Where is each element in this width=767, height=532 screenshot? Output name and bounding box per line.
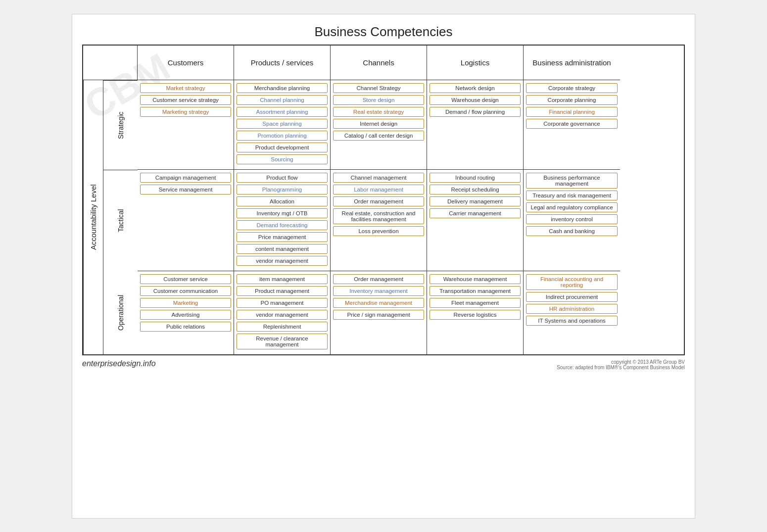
footer: enterprisedesign.info copyright © 2013 A… <box>82 359 685 370</box>
item: Channel planning <box>237 95 328 105</box>
item: Product management <box>237 286 328 296</box>
cell-operational-products: item management Product management PO ma… <box>234 271 331 354</box>
cell-tactical-logistics: Inbound routing Receipt scheduling Deliv… <box>427 170 524 271</box>
footer-brand: enterprisedesign.info <box>82 359 156 370</box>
item: Marketing strategy <box>140 107 231 117</box>
cell-tactical-customers: Campaign management Service management <box>138 170 234 271</box>
col-header-products: Products / services <box>234 46 331 80</box>
level-operational: Operational <box>103 271 138 354</box>
item: Reverse logistics <box>430 310 521 320</box>
item: Financial accounting and reporting <box>526 274 618 290</box>
accountability-label: Accountability Level <box>83 80 103 354</box>
item: inventory control <box>526 214 618 224</box>
item: Inbound routing <box>430 173 521 183</box>
cell-strategic-customers: Market strategy Customer service strateg… <box>138 80 234 170</box>
item: Planogramming <box>237 185 328 194</box>
col-header-business: Business administration <box>524 46 620 80</box>
item: Transportation management <box>430 286 521 296</box>
item: Carrier management <box>430 208 521 218</box>
item: Customer service <box>140 274 231 284</box>
footer-copyright-line2: Source: adapted from IBM®'s Component Bu… <box>557 365 685 370</box>
item: Fleet management <box>430 298 521 308</box>
col-header-logistics: Logistics <box>427 46 524 80</box>
cell-strategic-business: Corporate strategy Corporate planning Fi… <box>524 80 620 170</box>
cell-operational-logistics: Warehouse management Transportation mana… <box>427 271 524 354</box>
item: Marketing <box>140 298 231 308</box>
col-header-channels: Channels <box>331 46 427 80</box>
item: Allocation <box>237 196 328 206</box>
cell-strategic-logistics: Network design Warehouse design Demand /… <box>427 80 524 170</box>
item: Merchandise planning <box>237 83 328 93</box>
item: Advertising <box>140 310 231 320</box>
cell-operational-channels: Order management Inventory management Me… <box>331 271 427 354</box>
item: Warehouse management <box>430 274 521 284</box>
item: Network design <box>430 83 521 93</box>
item: Indirect procurement <box>526 292 618 302</box>
item: Service management <box>140 185 231 194</box>
item: Price management <box>237 232 328 242</box>
item: Product development <box>237 143 328 152</box>
item: PO management <box>237 298 328 308</box>
item: Demand forecasting <box>237 220 328 230</box>
item: item management <box>237 274 328 284</box>
item: Internet design <box>333 119 424 129</box>
item: Real estate strategy <box>333 107 424 117</box>
item: vendor management <box>237 310 328 320</box>
item: Replenishment <box>237 322 328 332</box>
item: HR administration <box>526 304 618 314</box>
item: Campaign management <box>140 173 231 183</box>
item: vendor management <box>237 256 328 266</box>
item: Order management <box>333 196 424 206</box>
item: Loss prevention <box>333 226 424 236</box>
item: Corporate strategy <box>526 83 618 93</box>
item: Corporate planning <box>526 95 618 105</box>
item: Financial planning <box>526 107 618 117</box>
item: Sourcing <box>237 154 328 164</box>
item: Market strategy <box>140 83 231 93</box>
cell-tactical-business: Business performance management Treasury… <box>524 170 620 271</box>
item: Inventory management <box>333 286 424 296</box>
item: Corporate governance <box>526 119 618 129</box>
cell-tactical-channels: Channel management Labor management Orde… <box>331 170 427 271</box>
item: Catalog / call center design <box>333 131 424 141</box>
item: Inventory mgt / OTB <box>237 208 328 218</box>
cell-operational-customers: Customer service Customer communication … <box>138 271 234 354</box>
item: Labor management <box>333 185 424 194</box>
level-tactical: Tactical <box>103 170 138 271</box>
item: Customer communication <box>140 286 231 296</box>
item: Price / sign management <box>333 310 424 320</box>
item: Channel management <box>333 173 424 183</box>
item: Merchandise management <box>333 298 424 308</box>
item: Channel Strategy <box>333 83 424 93</box>
cell-strategic-channels: Channel Strategy Store design Real estat… <box>331 80 427 170</box>
item: Order management <box>333 274 424 284</box>
item: Legal and regulatory compliance <box>526 202 618 212</box>
header-empty <box>83 46 138 80</box>
main-grid: Customers Products / services Channels L… <box>82 45 685 355</box>
item: Cash and banking <box>526 226 618 236</box>
item: Assortment planning <box>237 107 328 117</box>
item: Customer service strategy <box>140 95 231 105</box>
item: Promotion planning <box>237 131 328 141</box>
item: Warehouse design <box>430 95 521 105</box>
main-title: Business Competencies <box>82 24 685 40</box>
cell-operational-business: Financial accounting and reporting Indir… <box>524 271 620 354</box>
item: Treasury and risk management <box>526 191 618 200</box>
item: Public relations <box>140 322 231 332</box>
level-strategic: Strategic <box>103 80 138 170</box>
item: content management <box>237 244 328 254</box>
item: Real estate, construction and facilities… <box>333 208 424 224</box>
col-header-customers: Customers <box>138 46 234 80</box>
cell-tactical-products: Product flow Planogramming Allocation In… <box>234 170 331 271</box>
footer-copyright: copyright © 2013 ARTe Group BV Source: a… <box>557 359 685 370</box>
item: Space planning <box>237 119 328 129</box>
item: Revenue / clearance management <box>237 334 328 349</box>
footer-copyright-line1: copyright © 2013 ARTe Group BV <box>557 359 685 365</box>
item: Business performance management <box>526 173 618 189</box>
item: Delivery management <box>430 196 521 206</box>
item: IT Systems and operations <box>526 316 618 326</box>
item: Store design <box>333 95 424 105</box>
item: Receipt scheduling <box>430 185 521 194</box>
item: Product flow <box>237 173 328 183</box>
item: Demand / flow planning <box>430 107 521 117</box>
